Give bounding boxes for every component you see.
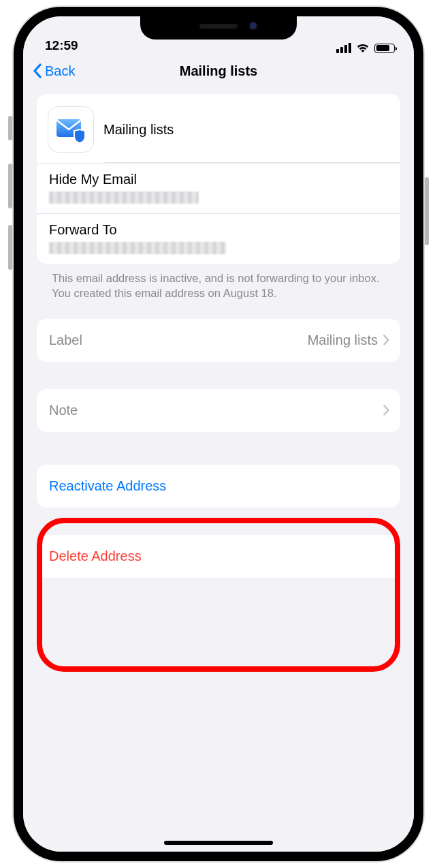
mail-shield-icon — [48, 106, 94, 153]
cellular-signal-icon — [336, 43, 351, 53]
page-title: Mailing lists — [23, 63, 414, 79]
label-row-value: Mailing lists — [308, 332, 378, 348]
note-card: Note — [37, 389, 400, 432]
reactivate-address-button[interactable]: Reactivate Address — [37, 465, 400, 508]
label-card: Label Mailing lists — [37, 319, 400, 362]
forward-to-value-redacted — [49, 242, 226, 254]
chevron-right-icon — [383, 335, 389, 345]
forward-to-label: Forward To — [49, 222, 388, 238]
forward-to-row: Forward To — [37, 213, 400, 264]
phone-notch — [140, 16, 297, 40]
label-row[interactable]: Label Mailing lists — [37, 319, 400, 362]
battery-icon — [374, 44, 395, 53]
note-row[interactable]: Note — [37, 389, 400, 432]
hide-my-email-row: Hide My Email — [37, 163, 400, 213]
hide-my-email-value-redacted — [49, 191, 199, 204]
back-label: Back — [45, 63, 75, 79]
chevron-right-icon — [383, 405, 389, 416]
status-footnote: This email address is inactive, and is n… — [37, 264, 400, 301]
phone-frame: 12:59 Back Mailing lists — [14, 7, 423, 861]
back-button[interactable]: Back — [33, 63, 75, 79]
note-row-label: Note — [49, 403, 78, 418]
address-header-title: Mailing lists — [103, 122, 174, 138]
navigation-bar: Back Mailing lists — [23, 55, 414, 87]
address-info-card: Mailing lists Hide My Email Forward To — [37, 94, 400, 264]
phone-volume-down — [8, 225, 12, 270]
wifi-icon — [356, 43, 370, 53]
reactivate-card: Reactivate Address — [37, 465, 400, 508]
chevron-left-icon — [33, 63, 42, 78]
hide-my-email-label: Hide My Email — [49, 172, 388, 187]
phone-volume-up — [8, 164, 12, 208]
status-time: 12:59 — [45, 38, 78, 53]
screen: 12:59 Back Mailing lists — [23, 16, 414, 852]
home-indicator[interactable] — [164, 841, 273, 845]
delete-address-button[interactable]: Delete Address — [37, 535, 400, 578]
phone-silence-switch — [8, 116, 12, 140]
delete-card: Delete Address — [37, 535, 400, 578]
label-row-key: Label — [49, 332, 82, 348]
phone-power-button — [425, 177, 429, 245]
